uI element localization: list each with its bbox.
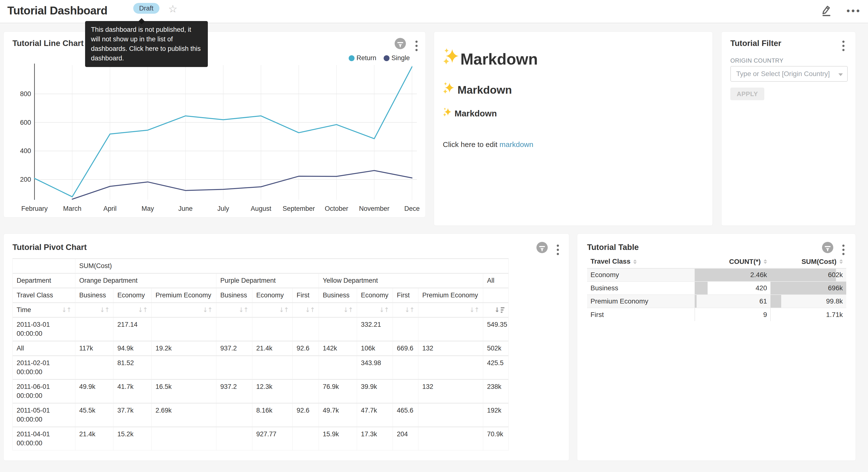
sort-icon[interactable]: ↓↑ [238,305,248,315]
table-row[interactable]: First91.71k [587,308,846,321]
pivot-value-cell [216,403,252,427]
x-axis-label: February [21,205,48,212]
edit-dashboard-icon[interactable] [820,4,833,18]
pivot-value-cell: 937.2 [216,380,252,403]
table-row[interactable]: Premium Economy6199.8k [587,295,846,308]
pivot-department-group: Purple Department [216,273,319,288]
sort-icon[interactable]: ↓↑ [379,305,389,315]
pivot-sort-cell[interactable]: ↓↑ [357,303,393,318]
pivot-row: 2011-06-01 00:00:0049.9k41.7k16.5k937.21… [13,380,508,403]
pivot-value-cell: 132 [418,380,483,403]
table-row[interactable]: Business420696k [587,282,846,295]
x-axis-label: March [63,205,82,212]
pivot-sort-cell[interactable]: ↓↑ [75,303,114,318]
pivot-value-cell: 8.16k [252,403,293,427]
sparkles-icon [443,48,460,71]
sort-icon[interactable]: ↓↑ [203,305,212,315]
pivot-value-cell: 49.9k [75,380,114,403]
sort-descending-icon[interactable]: ↓ [494,305,504,315]
pivot-value-cell [393,318,418,341]
apply-button[interactable]: APPLY [730,88,764,100]
sort-icon[interactable]: ↓↑ [61,305,71,315]
pivot-row: Travel ClassBusinessEconomyPremium Econo… [13,288,508,303]
pivot-value-cell: 217.14 [114,318,152,341]
sum-cost-cell: 602k [770,268,846,282]
origin-country-select[interactable]: Type or Select [Origin Country] [730,66,848,82]
pivot-sort-cell[interactable]: ↓↑ [152,303,216,318]
pivot-sort-cell[interactable]: ↓↑ [293,303,319,318]
origin-country-label: ORIGIN COUNTRY [730,57,783,64]
pivot-chart-kebab-menu-icon[interactable] [555,243,560,257]
sort-icon[interactable]: ↓↑ [99,305,109,315]
pivot-row: 2011-05-01 00:00:0045.5k37.7k2.69k8.16k9… [13,403,508,427]
line-chart-plot[interactable]: 200400600800FebruaryMarchAprilMayJuneJul… [4,32,426,218]
pivot-value-cell: 549.35 [483,318,508,341]
series-line-single[interactable] [72,171,412,199]
pivot-sort-cell[interactable]: ↓↑ [114,303,152,318]
column-header-count[interactable]: COUNT(*) [695,255,770,268]
sort-icon[interactable]: ↓↑ [279,305,288,315]
pivot-row: Time↓↑↓↑↓↑↓↑↓↑↓↑↓↑↓↑↓↑↓↑↓↑↓ [13,303,508,318]
pivot-row-label: 2011-06-01 00:00:00 [13,380,75,403]
table-chart-kebab-menu-icon[interactable] [841,243,846,257]
select-placeholder: Type or Select [Origin Country] [736,70,830,78]
sort-icon[interactable]: ↓↑ [138,305,148,315]
sort-icon[interactable]: ↓↑ [343,305,353,315]
draft-status-badge[interactable]: Draft [133,3,159,14]
pivot-value-cell: 192k [483,403,508,427]
table-chart-title: Tutorial Table [587,243,639,252]
favorite-star-icon[interactable]: ☆ [168,3,178,15]
pivot-value-cell [75,356,114,380]
pivot-value-cell [252,318,293,341]
pivot-sort-cell[interactable]: ↓↑ [418,303,483,318]
filter-card-kebab-menu-icon[interactable] [841,39,846,53]
cross-filter-indicator-icon[interactable] [536,242,548,254]
pivot-value-cell: 17.3k [357,427,393,450]
column-header-sum-cost[interactable]: SUM(Cost) [770,255,846,268]
sort-icon[interactable]: ↓↑ [469,305,479,315]
markdown-h3: Markdown [443,107,704,120]
pivot-row: All117k94.9k19.2k937.221.4k92.6142k106k6… [13,341,508,356]
sparkles-icon [443,82,455,98]
sort-icon[interactable]: ↓↑ [404,305,414,315]
pivot-sort-cell[interactable]: ↓↑ [252,303,293,318]
pivot-sort-cell[interactable]: ↓↑ [216,303,252,318]
more-options-icon[interactable]: ••• [846,3,861,18]
sort-icon[interactable]: ↓↑ [305,305,315,315]
pivot-value-cell [293,356,319,380]
pivot-value-cell: 2.69k [152,403,216,427]
pivot-sort-cell[interactable]: ↓↑ [393,303,418,318]
pivot-travel-class-cell: Business [216,288,252,303]
pivot-row-label: 2011-05-01 00:00:00 [13,403,75,427]
cross-filter-indicator-icon[interactable] [822,242,834,254]
pivot-travel-class-cell [483,288,508,303]
pivot-sort-cell[interactable]: ↓↑ [319,303,357,318]
markdown-h2-text: Markdown [458,84,512,96]
markdown-paragraph: Click here to edit markdown [443,140,704,149]
pivot-row-label: 2011-03-01 00:00:00 [13,318,75,341]
markdown-edit-link[interactable]: markdown [499,140,533,148]
pivot-department-group: All [483,273,508,288]
column-header-travel-class[interactable]: Travel Class [587,255,695,268]
sort-carets-icon [633,260,637,264]
pivot-chart-card: Tutorial Pivot Chart SUM(Cost)Department… [3,234,569,461]
pivot-sort-cell-active[interactable]: ↓ [483,303,508,318]
pivot-value-cell: 465.6 [393,403,418,427]
sort-carets-icon [839,259,843,264]
pivot-travel-class-cell: First [393,288,418,303]
pivot-value-cell [393,356,418,380]
pivot-value-cell [418,427,483,450]
pivot-value-cell: 204 [393,427,418,450]
pivot-value-cell [319,356,357,380]
pivot-sort-cell[interactable]: Time↓↑ [13,303,75,318]
pivot-value-cell: 106k [357,341,393,356]
pivot-value-cell: 16.5k [152,380,216,403]
table-row[interactable]: Economy2.46k602k [587,268,846,282]
x-axis-label: August [251,205,271,212]
markdown-card[interactable]: Markdown Markdown Markdown Click her [434,32,713,226]
pivot-row: SUM(Cost) [13,259,508,273]
travel-class-cell: Premium Economy [587,295,695,308]
pivot-value-cell: 41.7k [114,380,152,403]
filter-card: Tutorial Filter ORIGIN COUNTRY Type or S… [721,32,856,226]
pivot-row: 2011-03-01 00:00:00217.14332.21549.35 [13,318,508,341]
